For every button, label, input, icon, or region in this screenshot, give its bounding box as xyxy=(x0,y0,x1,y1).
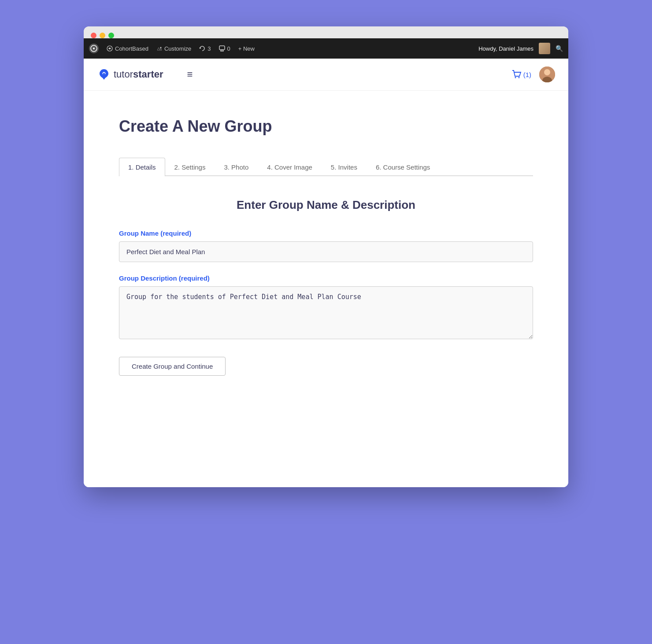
wordpress-icon[interactable] xyxy=(89,44,99,53)
tab-cover-image[interactable]: 4. Cover Image xyxy=(258,158,322,176)
header-right: (1) xyxy=(512,67,555,82)
svg-point-7 xyxy=(518,77,519,78)
site-header: tutorstarter ≡ (1) xyxy=(84,59,568,91)
svg-point-5 xyxy=(103,73,105,75)
svg-point-1 xyxy=(93,48,95,49)
logo[interactable]: tutorstarter xyxy=(97,68,163,81)
traffic-lights xyxy=(91,33,114,38)
minimize-button[interactable] xyxy=(100,33,105,38)
user-avatar[interactable] xyxy=(539,67,555,82)
browser-chrome xyxy=(84,26,568,38)
cart-icon xyxy=(512,70,522,79)
group-name-label: Group Name (required) xyxy=(119,229,533,237)
admin-bar: CohortBased Customize 3 0 + New Howdy, D… xyxy=(84,38,568,59)
page-title: Create A New Group xyxy=(119,117,533,136)
tab-settings[interactable]: 2. Settings xyxy=(165,158,215,176)
hamburger-menu[interactable]: ≡ xyxy=(187,69,193,80)
main-content: Create A New Group 1. Details 2. Setting… xyxy=(84,91,568,487)
group-description-textarea[interactable] xyxy=(119,286,533,339)
comments-menu[interactable]: 0 xyxy=(219,45,230,52)
cart-button[interactable]: (1) xyxy=(512,70,531,79)
create-group-button[interactable]: Create Group and Continue xyxy=(119,357,226,376)
browser-window: CohortBased Customize 3 0 + New Howdy, D… xyxy=(84,26,568,487)
admin-avatar[interactable] xyxy=(539,43,550,54)
logo-text: tutorstarter xyxy=(114,69,163,80)
svg-rect-4 xyxy=(219,46,225,50)
close-button[interactable] xyxy=(91,33,96,38)
tab-photo[interactable]: 3. Photo xyxy=(215,158,258,176)
tab-details[interactable]: 1. Details xyxy=(119,158,165,176)
group-description-label: Group Description (required) xyxy=(119,274,533,282)
cohort-based-menu[interactable]: CohortBased xyxy=(107,45,148,52)
form-container: Enter Group Name & Description Group Nam… xyxy=(119,198,533,376)
group-name-input[interactable] xyxy=(119,241,533,262)
tab-invites[interactable]: 5. Invites xyxy=(322,158,367,176)
svg-point-6 xyxy=(515,77,516,78)
howdy-label: Howdy, Daniel James xyxy=(478,45,533,52)
svg-point-3 xyxy=(160,47,161,48)
updates-menu[interactable]: 3 xyxy=(199,45,211,52)
new-menu[interactable]: + New xyxy=(238,45,255,52)
admin-search-icon[interactable]: 🔍 xyxy=(556,45,563,52)
admin-bar-right: Howdy, Daniel James 🔍 xyxy=(478,43,563,54)
maximize-button[interactable] xyxy=(108,33,114,38)
tabs-container: 1. Details 2. Settings 3. Photo 4. Cover… xyxy=(119,158,533,176)
customize-menu[interactable]: Customize xyxy=(156,45,191,52)
admin-bar-left: CohortBased Customize 3 0 + New xyxy=(89,44,255,53)
svg-point-9 xyxy=(544,69,550,75)
form-section-title: Enter Group Name & Description xyxy=(119,198,533,212)
logo-icon xyxy=(97,68,111,81)
group-description-field: Group Description (required) xyxy=(119,274,533,341)
tab-course-settings[interactable]: 6. Course Settings xyxy=(367,158,439,176)
group-name-field: Group Name (required) xyxy=(119,229,533,262)
